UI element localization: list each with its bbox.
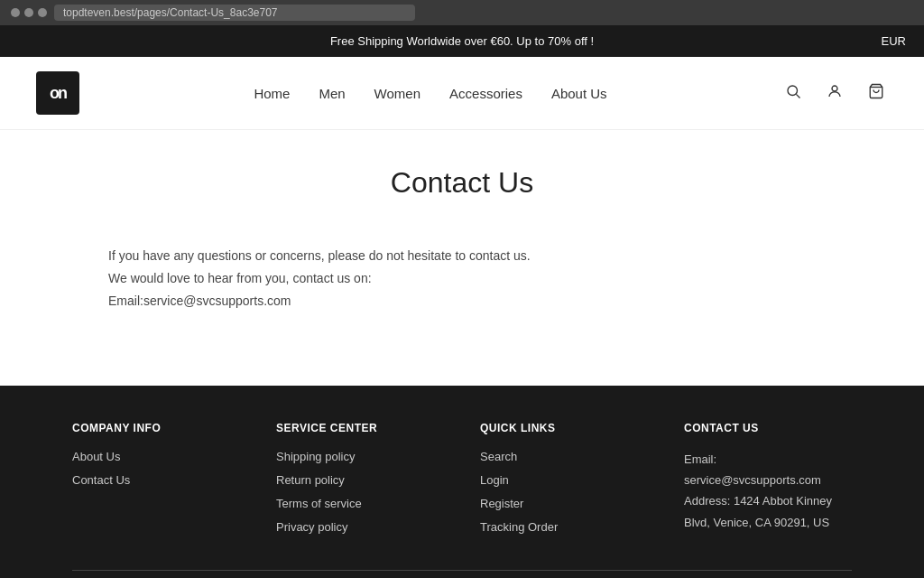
header: on Home Men Women Accessories About Us <box>0 57 924 130</box>
nav-item-accessories[interactable]: Accessories <box>449 86 522 101</box>
nav-link-home[interactable]: Home <box>254 86 290 101</box>
contact-line-3: Email:service@svcsupports.com <box>108 290 650 312</box>
footer-return-link[interactable]: Return policy <box>276 473 345 487</box>
footer-privacy-link[interactable]: Privacy policy <box>276 520 347 534</box>
browser-dot-3 <box>38 8 47 17</box>
announcement-text: Free Shipping Worldwide over €60. Up to … <box>240 34 684 48</box>
footer-quick-links: QUICK LINKS Search Login Register Tracki… <box>480 422 648 534</box>
main-content: Contact Us If you have any questions or … <box>0 130 924 386</box>
nav-link-men[interactable]: Men <box>319 86 345 101</box>
cart-icon <box>868 83 884 99</box>
svg-point-1 <box>788 86 798 96</box>
nav-link-women[interactable]: Women <box>374 86 420 101</box>
footer-link-shipping[interactable]: Shipping policy <box>276 449 444 463</box>
footer-contact-title: CONTACT US <box>684 422 852 434</box>
footer-link-contact[interactable]: Contact Us <box>72 472 240 487</box>
svg-point-3 <box>832 86 837 91</box>
footer-link-tracking[interactable]: Tracking Order <box>480 519 648 534</box>
footer-link-register[interactable]: Register <box>480 496 648 510</box>
logo: on <box>36 71 79 115</box>
footer-link-search[interactable]: Search <box>480 449 648 463</box>
nav-link-accessories[interactable]: Accessories <box>449 86 522 101</box>
nav-item-men[interactable]: Men <box>319 86 345 101</box>
footer-contact-section: CONTACT US Email: service@svcsupports.co… <box>684 422 852 534</box>
nav-link-about[interactable]: About Us <box>551 86 607 101</box>
footer-link-login[interactable]: Login <box>480 472 648 487</box>
svg-line-2 <box>796 94 799 98</box>
footer-service-title: SERVICE CENTER <box>276 422 444 434</box>
footer-company-title: COMPANY INFO <box>72 422 240 434</box>
nav-item-about[interactable]: About Us <box>551 86 607 101</box>
footer-contact-info: Email: service@svcsupports.com Address: … <box>684 449 852 534</box>
footer-contact-link[interactable]: Contact Us <box>72 473 130 487</box>
contact-line-2: We would love to hear from you, contact … <box>108 267 650 290</box>
footer-link-privacy[interactable]: Privacy policy <box>276 519 444 534</box>
footer-bottom: © 2024On Running. All Rights Reserved. E… <box>72 571 852 578</box>
browser-dot-2 <box>24 8 33 17</box>
browser-url[interactable]: topdteven.best/pages/Contact-Us_8ac3e707 <box>54 5 415 21</box>
footer-about-link[interactable]: About Us <box>72 450 120 463</box>
nav-item-home[interactable]: Home <box>254 86 290 101</box>
footer-terms-link[interactable]: Terms of service <box>276 497 362 510</box>
footer-login-link[interactable]: Login <box>480 473 509 487</box>
search-icon <box>785 83 801 99</box>
browser-bar: topdteven.best/pages/Contact-Us_8ac3e707 <box>0 0 924 25</box>
footer-service-links: Shipping policy Return policy Terms of s… <box>276 449 444 534</box>
footer-company-info: COMPANY INFO About Us Contact Us <box>72 422 240 534</box>
main-nav: Home Men Women Accessories About Us <box>254 86 606 101</box>
footer: COMPANY INFO About Us Contact Us SERVICE… <box>0 386 924 578</box>
browser-dot-1 <box>11 8 20 17</box>
footer-service-center: SERVICE CENTER Shipping policy Return po… <box>276 422 444 534</box>
browser-dots <box>11 8 47 17</box>
footer-address: Address: 1424 Abbot Kinney Blvd, Venice,… <box>684 490 852 533</box>
footer-quicklinks-title: QUICK LINKS <box>480 422 648 434</box>
footer-quicklinks-list: Search Login Register Tracking Order <box>480 449 648 534</box>
footer-shipping-link[interactable]: Shipping policy <box>276 450 355 463</box>
account-button[interactable] <box>823 79 846 107</box>
page-title: Contact Us <box>108 166 816 200</box>
footer-link-terms[interactable]: Terms of service <box>276 496 444 510</box>
nav-links: Home Men Women Accessories About Us <box>254 86 606 101</box>
contact-info: If you have any questions or concerns, p… <box>108 245 650 313</box>
svg-text:on: on <box>50 84 67 102</box>
footer-register-link[interactable]: Register <box>480 497 523 510</box>
footer-link-return[interactable]: Return policy <box>276 472 444 487</box>
cart-button[interactable] <box>864 79 888 107</box>
footer-email: Email: service@svcsupports.com <box>684 449 852 491</box>
currency-selector[interactable]: EUR <box>684 34 906 48</box>
footer-link-about[interactable]: About Us <box>72 449 240 463</box>
announcement-bar: Free Shipping Worldwide over €60. Up to … <box>0 25 924 57</box>
footer-search-link[interactable]: Search <box>480 450 517 463</box>
search-button[interactable] <box>781 79 805 107</box>
footer-top: COMPANY INFO About Us Contact Us SERVICE… <box>72 422 852 570</box>
nav-item-women[interactable]: Women <box>374 86 420 101</box>
account-icon <box>827 83 843 99</box>
footer-company-links: About Us Contact Us <box>72 449 240 487</box>
contact-line-1: If you have any questions or concerns, p… <box>108 245 650 267</box>
logo-container[interactable]: on <box>36 71 79 115</box>
logo-svg: on <box>43 79 72 107</box>
header-icons <box>781 79 888 107</box>
footer-tracking-link[interactable]: Tracking Order <box>480 520 558 534</box>
